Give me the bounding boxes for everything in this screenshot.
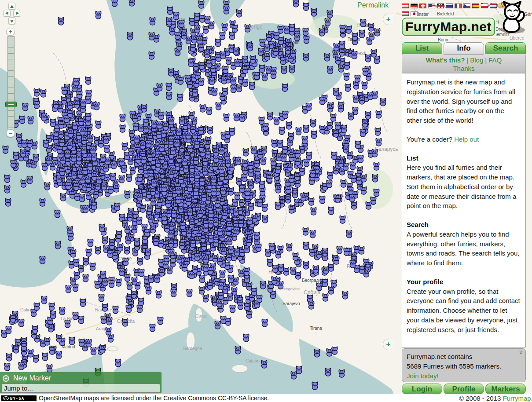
furry-marker[interactable] [365, 111, 371, 119]
furry-marker[interactable] [319, 125, 325, 133]
furry-marker[interactable] [164, 224, 170, 232]
furry-marker[interactable] [19, 116, 25, 124]
furry-marker[interactable] [20, 149, 26, 157]
furry-marker[interactable] [136, 155, 141, 163]
furry-marker[interactable] [261, 360, 267, 368]
furry-marker[interactable] [274, 32, 279, 40]
furry-marker[interactable] [34, 101, 40, 109]
furry-marker[interactable] [177, 94, 183, 102]
furry-marker[interactable] [338, 104, 344, 112]
profile-button[interactable]: Profile [444, 384, 484, 395]
furry-marker[interactable] [223, 66, 228, 73]
flag-france-icon[interactable] [455, 4, 462, 8]
furry-marker[interactable] [55, 241, 61, 249]
furry-marker[interactable] [246, 311, 252, 318]
furry-marker[interactable] [150, 324, 155, 332]
furry-marker[interactable] [233, 277, 238, 285]
furry-marker[interactable] [99, 224, 105, 232]
furry-marker[interactable] [49, 303, 55, 311]
furry-marker[interactable] [167, 193, 172, 201]
furry-marker[interactable] [244, 303, 250, 311]
furry-marker[interactable] [376, 138, 382, 146]
furry-marker[interactable] [42, 353, 48, 361]
furry-marker[interactable] [109, 241, 115, 249]
furry-marker[interactable] [73, 78, 79, 86]
furry-marker[interactable] [220, 270, 225, 278]
furry-marker[interactable] [70, 190, 75, 198]
furry-marker[interactable] [339, 41, 345, 49]
furry-marker[interactable] [286, 121, 292, 129]
furry-marker[interactable] [303, 53, 309, 61]
furry-marker[interactable] [218, 292, 224, 300]
furry-marker[interactable] [4, 175, 10, 183]
furry-marker[interactable] [83, 257, 89, 265]
furry-marker[interactable] [122, 318, 128, 326]
furry-marker[interactable] [227, 237, 232, 245]
furry-marker[interactable] [53, 100, 59, 108]
permalink-link[interactable]: Permalink [357, 1, 389, 9]
furry-marker[interactable] [198, 44, 204, 51]
furry-marker[interactable] [222, 212, 227, 219]
furry-marker[interactable] [215, 39, 221, 47]
furry-marker[interactable] [95, 246, 101, 254]
furry-marker[interactable] [310, 170, 316, 178]
furry-marker[interactable] [119, 214, 125, 222]
furry-marker[interactable] [360, 129, 366, 137]
furry-marker[interactable] [190, 44, 196, 51]
furry-marker[interactable] [203, 26, 209, 33]
furry-marker[interactable] [157, 121, 162, 129]
furry-marker[interactable] [90, 263, 95, 270]
furry-marker[interactable] [211, 175, 216, 183]
furry-marker[interactable] [62, 87, 67, 95]
furry-marker[interactable] [144, 229, 150, 237]
furry-marker[interactable] [27, 139, 33, 147]
furry-marker[interactable] [40, 256, 45, 264]
furry-marker[interactable] [104, 145, 110, 153]
furry-marker[interactable] [347, 151, 352, 159]
furry-marker[interactable] [110, 173, 116, 181]
furry-marker[interactable] [59, 168, 65, 175]
furry-marker[interactable] [353, 81, 359, 89]
furry-marker[interactable] [327, 180, 332, 188]
furry-marker[interactable] [129, 0, 135, 6]
furry-marker[interactable] [222, 88, 228, 95]
furry-marker[interactable] [247, 43, 253, 51]
furry-marker[interactable] [91, 153, 97, 161]
furry-marker[interactable] [376, 110, 382, 118]
furry-marker[interactable] [5, 198, 11, 206]
furry-marker[interactable] [216, 299, 222, 307]
furry-marker[interactable] [46, 156, 51, 164]
furry-marker[interactable] [176, 42, 182, 50]
furry-marker[interactable] [289, 153, 294, 161]
jump-to-input[interactable] [1, 384, 160, 393]
furry-marker[interactable] [359, 246, 364, 254]
furry-marker[interactable] [101, 182, 107, 190]
furry-marker[interactable] [245, 24, 250, 32]
furry-marker[interactable] [323, 266, 329, 274]
furry-marker[interactable] [303, 242, 309, 250]
furry-marker[interactable] [330, 113, 336, 121]
furry-marker[interactable] [197, 36, 202, 44]
furry-marker[interactable] [192, 265, 198, 273]
furry-marker[interactable] [170, 255, 176, 263]
furry-marker[interactable] [65, 320, 70, 328]
furry-marker[interactable] [126, 174, 132, 182]
furry-marker[interactable] [55, 210, 60, 218]
furry-marker[interactable] [285, 195, 291, 203]
furry-marker[interactable] [141, 104, 147, 112]
furry-marker[interactable] [119, 175, 125, 183]
furry-marker[interactable] [358, 155, 363, 163]
furry-marker[interactable] [248, 181, 254, 189]
furry-marker[interactable] [163, 261, 169, 269]
new-marker-button[interactable]: + New Marker [3, 373, 51, 383]
furry-marker[interactable] [171, 289, 176, 297]
furry-marker[interactable] [170, 147, 176, 155]
furry-marker[interactable] [184, 151, 190, 159]
furry-marker[interactable] [18, 319, 24, 327]
furry-marker[interactable] [227, 223, 232, 230]
furry-marker[interactable] [96, 176, 102, 184]
furry-marker[interactable] [208, 267, 213, 274]
flag-russia-icon[interactable] [446, 4, 453, 8]
furry-marker[interactable] [113, 306, 118, 314]
furry-marker[interactable] [309, 177, 315, 185]
